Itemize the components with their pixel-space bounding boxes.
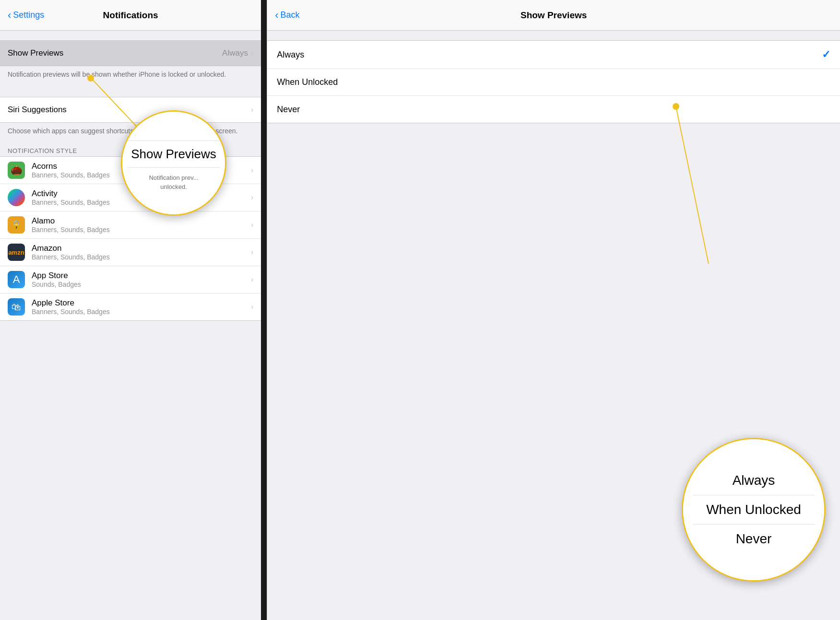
applestore-app-detail: Banners, Sounds, Badges xyxy=(32,308,251,316)
appstore-app-info: App Store Sounds, Badges xyxy=(32,271,251,288)
show-previews-row[interactable]: Show Previews Always › xyxy=(0,41,261,66)
amazon-app-icon: amzn xyxy=(8,244,25,261)
settings-back-button[interactable]: ‹ Settings xyxy=(8,9,44,22)
svg-line-1 xyxy=(676,106,709,264)
annotation-dot-left xyxy=(87,75,94,82)
app-row-appstore[interactable]: A App Store Sounds, Badges › xyxy=(0,266,261,293)
amazon-chevron: › xyxy=(251,248,253,257)
alamo-app-name: Alamo xyxy=(32,216,251,226)
magnifier-option-always: Always xyxy=(693,466,815,495)
alamo-app-detail: Banners, Sounds, Badges xyxy=(32,226,251,234)
left-nav-title: Notifications xyxy=(103,10,158,21)
siri-suggestions-content: Siri Suggestions xyxy=(8,105,251,115)
show-previews-content: Show Previews xyxy=(8,48,222,58)
appstore-app-icon: A xyxy=(8,271,25,288)
option-unlocked-label: When Unlocked xyxy=(277,77,830,87)
show-previews-chevron: › xyxy=(251,49,253,58)
magnifier-title: Show Previews xyxy=(131,147,216,162)
amazon-app-detail: Banners, Sounds, Badges xyxy=(32,253,251,261)
magnifier-top-sep xyxy=(127,140,220,141)
right-top-spacer xyxy=(267,31,840,40)
applestore-app-icon: 🛍 xyxy=(8,298,25,316)
acorns-chevron: › xyxy=(251,166,253,175)
back-button[interactable]: ‹ Back xyxy=(275,9,299,22)
option-always-label: Always xyxy=(277,50,822,60)
magnifier-option-unlocked: When Unlocked xyxy=(693,495,815,524)
back-chevron-icon: ‹ xyxy=(275,9,278,22)
show-previews-value: Always xyxy=(222,48,248,58)
panel-divider xyxy=(261,0,267,620)
top-spacer xyxy=(0,31,261,40)
options-group: Always ✓ When Unlocked Never xyxy=(267,40,840,123)
back-label: Back xyxy=(281,10,300,20)
show-previews-group: Show Previews Always › xyxy=(0,40,261,66)
applestore-chevron: › xyxy=(251,303,253,311)
app-row-alamo[interactable]: 🔒 Alamo Banners, Sounds, Badges › xyxy=(0,211,261,239)
applestore-app-name: Apple Store xyxy=(32,298,251,308)
option-always[interactable]: Always ✓ xyxy=(267,41,840,69)
right-magnifier-content: Always When Unlocked Never xyxy=(683,439,824,580)
back-chevron-icon: ‹ xyxy=(8,9,11,22)
option-never-label: Never xyxy=(277,105,830,115)
right-magnifier: Always When Unlocked Never xyxy=(682,438,826,582)
left-magnifier: Show Previews Notification prev...unlock… xyxy=(121,110,226,216)
alamo-chevron: › xyxy=(251,221,253,229)
activity-app-icon xyxy=(8,189,25,206)
siri-suggestions-chevron: › xyxy=(251,105,253,114)
applestore-app-info: Apple Store Banners, Sounds, Badges xyxy=(32,298,251,316)
app-row-amazon[interactable]: amzn Amazon Banners, Sounds, Badges › xyxy=(0,239,261,266)
app-row-applestore[interactable]: 🛍 Apple Store Banners, Sounds, Badges › xyxy=(0,293,261,320)
right-panel: ‹ Back Show Previews Always ✓ When Unloc… xyxy=(267,0,840,620)
always-checkmark: ✓ xyxy=(822,48,830,61)
siri-suggestions-label: Siri Suggestions xyxy=(8,105,251,115)
show-previews-label: Show Previews xyxy=(8,48,222,58)
alamo-app-icon: 🔒 xyxy=(8,216,25,234)
left-nav-bar: ‹ Settings Notifications xyxy=(0,0,261,31)
right-nav-bar: ‹ Back Show Previews xyxy=(267,0,840,31)
acorns-app-icon: 🌰 xyxy=(8,162,25,179)
option-when-unlocked[interactable]: When Unlocked xyxy=(267,69,840,96)
option-never[interactable]: Never xyxy=(267,96,840,123)
appstore-chevron: › xyxy=(251,275,253,284)
alamo-app-info: Alamo Banners, Sounds, Badges xyxy=(32,216,251,234)
siri-suggestions-row[interactable]: Siri Suggestions › xyxy=(0,97,261,122)
appstore-app-name: App Store xyxy=(32,271,251,281)
amazon-app-name: Amazon xyxy=(32,244,251,253)
left-panel: ‹ Settings Notifications Show Previews A… xyxy=(0,0,261,620)
right-nav-title: Show Previews xyxy=(521,10,587,21)
activity-chevron: › xyxy=(251,193,253,202)
amazon-app-info: Amazon Banners, Sounds, Badges xyxy=(32,244,251,261)
back-label: Settings xyxy=(13,10,44,20)
magnifier-mid-sep xyxy=(127,167,220,168)
siri-suggestions-group: Siri Suggestions › xyxy=(0,97,261,123)
show-previews-description: Notification previews will be shown whet… xyxy=(0,66,261,87)
left-magnifier-content: Show Previews Notification prev...unlock… xyxy=(122,112,225,214)
appstore-app-detail: Sounds, Badges xyxy=(32,281,251,288)
magnifier-option-never: Never xyxy=(693,525,815,553)
magnifier-sub: Notification prev...unlocked. xyxy=(149,174,198,191)
